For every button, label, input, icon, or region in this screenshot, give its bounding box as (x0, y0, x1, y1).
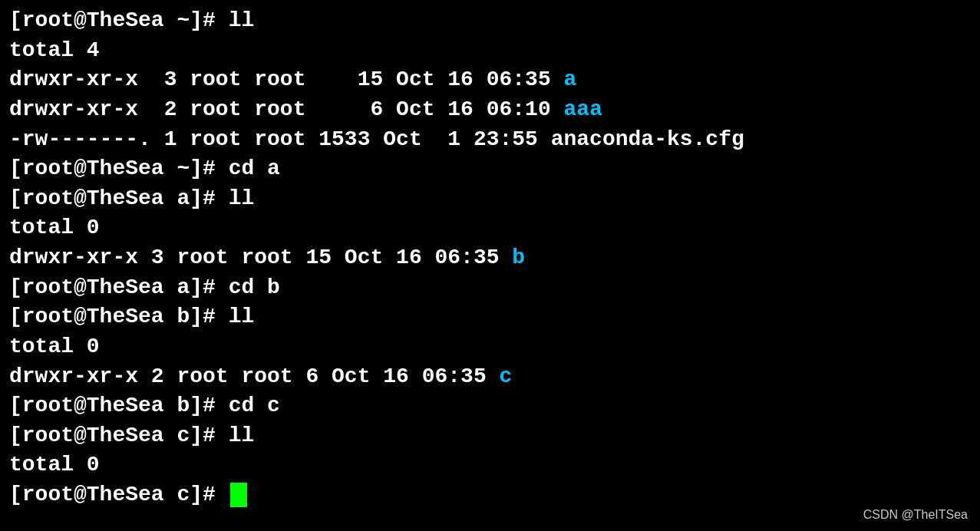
terminal-line-9: drwxr-xr-x 3 root root 15 Oct 16 06:35 b (9, 243, 971, 273)
terminal-line-8: total 0 (9, 213, 971, 243)
line4-prefix: drwxr-xr-x 2 root root 6 Oct 16 06:10 (9, 97, 564, 121)
prompt-text: [root@TheSea c]# (9, 483, 229, 506)
terminal-line-7: [root@TheSea a]# ll (9, 184, 971, 214)
cursor-block (230, 483, 247, 507)
terminal-line-5: -rw-------. 1 root root 1533 Oct 1 23:55… (9, 125, 971, 155)
watermark: CSDN @TheITSea (863, 506, 968, 523)
terminal-line-13: drwxr-xr-x 2 root root 6 Oct 16 06:35 c (9, 362, 971, 392)
terminal-line-15: [root@TheSea c]# ll (9, 421, 971, 451)
terminal-line-4: drwxr-xr-x 2 root root 6 Oct 16 06:10 aa… (9, 95, 971, 125)
line9-link: b (512, 246, 525, 269)
line3-prefix: drwxr-xr-x 3 root root 15 Oct 16 06:35 (9, 68, 564, 91)
line13-prefix: drwxr-xr-x 2 root root 6 Oct 16 06:35 (9, 364, 500, 388)
line4-link: aaa (564, 97, 602, 121)
terminal-container: [root@TheSea ~]# ll total 4 drwxr-xr-x 3… (9, 6, 971, 510)
terminal-line-10: [root@TheSea a]# cd b (9, 273, 971, 303)
line9-prefix: drwxr-xr-x 3 root root 15 Oct 16 06:35 (9, 246, 512, 269)
terminal-line-11: [root@TheSea b]# ll (9, 302, 971, 332)
terminal-line-16: total 0 (9, 450, 971, 480)
line3-link: a (564, 68, 577, 91)
terminal-line-2: total 4 (9, 36, 971, 66)
terminal-line-14: [root@TheSea b]# cd c (9, 391, 971, 421)
line13-link: c (500, 364, 513, 388)
terminal-line-1: [root@TheSea ~]# ll (9, 6, 971, 36)
terminal-line-6: [root@TheSea ~]# cd a (9, 154, 971, 184)
terminal-line-3: drwxr-xr-x 3 root root 15 Oct 16 06:35 a (9, 65, 971, 95)
terminal-line-17: [root@TheSea c]# (9, 480, 971, 510)
terminal-line-12: total 0 (9, 332, 971, 362)
